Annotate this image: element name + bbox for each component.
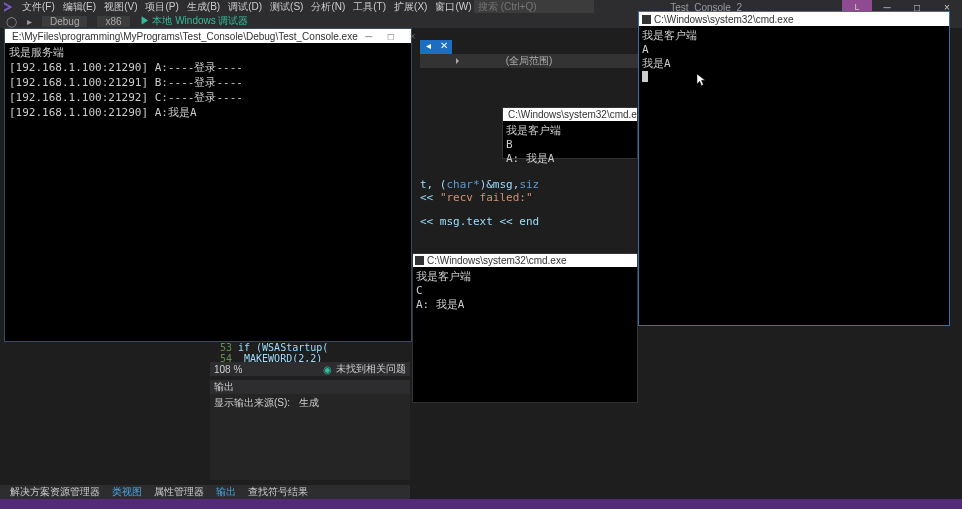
tab-class-view[interactable]: 类视图 [106,485,148,500]
server-console-titlebar[interactable]: E:\MyFiles\programming\MyPrograms\Test_C… [5,29,411,43]
tab-close-icon[interactable]: ✕ [436,40,452,54]
scope-dropdown[interactable]: (全局范围) [420,54,638,68]
search-input[interactable] [474,0,594,13]
console-icon [642,15,651,24]
doc-tab-header: ◂ ✕ [420,40,452,54]
ok-icon: ◉ [323,364,332,375]
menu-edit[interactable]: 编辑(E) [63,0,96,14]
vs-logo-icon [4,1,16,13]
menu-build[interactable]: 生成(B) [187,0,220,14]
client-a-console[interactable]: C:\Windows\system32\cmd.exe 我是客户端A我是A [638,11,950,326]
menu-view[interactable]: 视图(V) [104,0,137,14]
menu-test[interactable]: 测试(S) [270,0,303,14]
play-icon: ▶ [140,15,150,26]
output-title: 输出 [210,380,410,394]
server-min-button[interactable]: ─ [358,31,380,42]
run-button[interactable]: ▶ 本地 Windows 调试器 [140,14,249,28]
server-console-window[interactable]: E:\MyFiles\programming\MyPrograms\Test_C… [4,28,412,342]
output-source-label: 显示输出来源(S): [214,397,290,408]
tab-output[interactable]: 输出 [210,485,242,500]
nav-back-icon[interactable]: ◯ [6,16,17,27]
editor-statusline: 108 % ◉ 未找到相关问题 [210,362,410,376]
nav-fwd-icon[interactable]: ▸ [27,16,32,27]
client-b-body[interactable]: 我是客户端BA: 我是A [503,121,637,168]
menu-tools[interactable]: 工具(T) [353,0,386,14]
client-a-titlebar[interactable]: C:\Windows\system32\cmd.exe [639,12,949,26]
menu-extensions[interactable]: 扩展(X) [394,0,427,14]
client-c-body[interactable]: 我是客户端CA: 我是A [413,267,637,314]
editor-snippet[interactable]: t, (char*)&msg,siz<< "recv failed:"<< ms… [420,178,539,228]
cursor-icon [642,71,648,82]
client-c-titlebar[interactable]: C:\Windows\system32\cmd.exe [413,254,637,267]
menu-analyze[interactable]: 分析(N) [311,0,345,14]
line-number: 53 [210,342,232,353]
server-max-button[interactable]: □ [380,31,402,42]
config-select[interactable]: Debug [42,16,87,27]
menu-debug[interactable]: 调试(D) [228,0,262,14]
client-a-body[interactable]: 我是客户端A我是A [639,26,949,87]
client-c-console[interactable]: C:\Windows\system32\cmd.exe 我是客户端CA: 我是A [412,253,638,403]
tab-solution-explorer[interactable]: 解决方案资源管理器 [4,485,106,499]
status-message: 未找到相关问题 [336,362,406,376]
client-b-titlebar[interactable]: C:\Windows\system32\cmd.exe [503,108,637,121]
server-console-body[interactable]: 我是服务端[192.168.1.100:21290] A:----登录----[… [5,43,411,122]
client-b-console[interactable]: C:\Windows\system32\cmd.exe 我是客户端BA: 我是A [502,107,638,159]
output-panel: 输出 显示输出来源(S): 生成 [210,380,410,480]
zoom-level[interactable]: 108 % [214,364,242,375]
menu-window[interactable]: 窗口(W) [435,0,471,14]
platform-select[interactable]: x86 [97,16,129,27]
vs-statusbar [0,499,962,509]
tab-property-manager[interactable]: 属性管理器 [148,485,210,499]
output-source-select[interactable]: 生成 [299,397,319,408]
menu-project[interactable]: 项目(P) [145,0,178,14]
tab-find-symbols[interactable]: 查找符号结果 [242,485,314,499]
bottom-tabs-right: 输出 查找符号结果 [210,485,410,499]
console-icon [415,256,424,265]
server-console-title: E:\MyFiles\programming\MyPrograms\Test_C… [12,31,358,42]
tab-left-icon[interactable]: ◂ [420,40,436,54]
menu-file[interactable]: 文件(F) [22,0,55,14]
